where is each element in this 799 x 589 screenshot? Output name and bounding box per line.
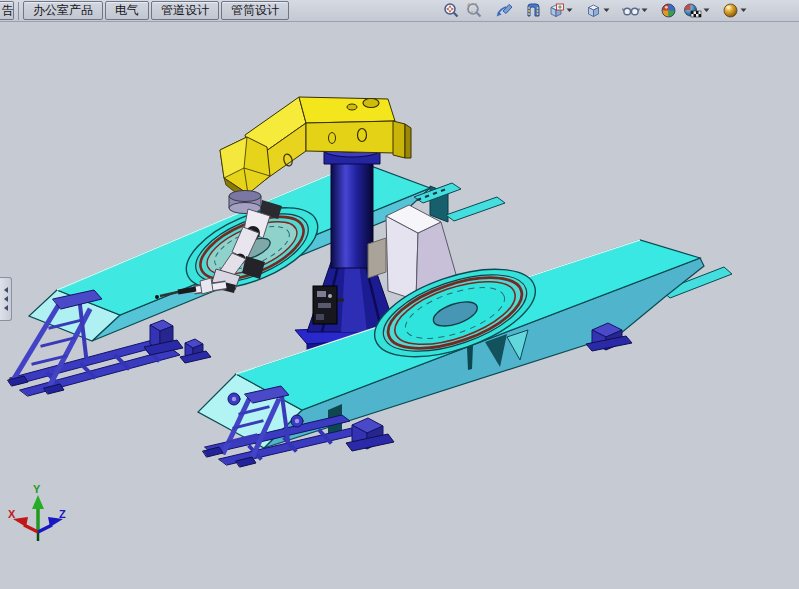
view-settings-icon: [722, 2, 739, 19]
column-shaft: [331, 158, 373, 268]
previous-view-icon: [495, 2, 513, 19]
zoom-to-area-icon: [466, 2, 483, 19]
tab-office-products[interactable]: 办公室产品: [23, 1, 103, 20]
apply-scene-icon: [683, 2, 702, 19]
triad-y-label: Y: [33, 483, 41, 495]
solidworks-window: { "window": {"width": 799, "height": 589…: [0, 0, 799, 589]
tab-tubing-design[interactable]: 管筒设计: [221, 1, 289, 20]
section-view-button[interactable]: [523, 1, 543, 20]
tab-separator: [18, 2, 19, 20]
eyeglasses-icon: [622, 2, 640, 19]
tab-electrical[interactable]: 电气: [105, 1, 149, 20]
collapsed-panel-button[interactable]: [0, 277, 12, 321]
dropdown-caret-icon[interactable]: [703, 8, 710, 13]
boom-front-face: [306, 121, 395, 153]
view-orientation-button[interactable]: [545, 1, 575, 20]
zoom-to-fit-button[interactable]: [441, 1, 462, 20]
view-orientation-icon: [547, 2, 565, 19]
previous-view-button[interactable]: [493, 1, 515, 20]
notch-post: [467, 345, 473, 370]
dropdown-caret-icon[interactable]: [740, 8, 747, 13]
left-arrow-icon: [4, 296, 8, 302]
dropdown-caret-icon[interactable]: [641, 8, 648, 13]
left-arrow-icon: [4, 287, 8, 293]
section-view-icon: [525, 2, 541, 19]
edit-appearance-button[interactable]: [658, 1, 679, 20]
heads-up-view-toolbar: [440, 1, 750, 20]
appearance-sphere-icon: [660, 2, 677, 19]
tab-piping-design[interactable]: 管道设计: [151, 1, 219, 20]
view-settings-button[interactable]: [720, 1, 749, 20]
display-style-icon: [585, 2, 602, 19]
dropdown-caret-icon[interactable]: [603, 8, 610, 13]
torch-tip: [155, 295, 159, 299]
gray-block: [368, 238, 386, 278]
triad-x-label: X: [8, 508, 16, 520]
triad-z-label: Z: [59, 508, 66, 520]
tab-partial[interactable]: 告: [0, 1, 14, 20]
graphics-viewport[interactable]: X Y Z: [0, 0, 799, 589]
zoom-to-area-button[interactable]: [464, 1, 485, 20]
dropdown-caret-icon[interactable]: [566, 8, 573, 13]
hide-show-items-button[interactable]: [620, 1, 650, 20]
apply-scene-button[interactable]: [681, 1, 712, 20]
left-arrow-icon: [4, 305, 8, 311]
zoom-to-fit-icon: [443, 2, 460, 19]
boom-top-face: [299, 97, 395, 123]
display-style-button[interactable]: [583, 1, 612, 20]
command-manager-toolbar: 告 办公室产品 电气 管道设计 管筒设计: [0, 0, 799, 22]
